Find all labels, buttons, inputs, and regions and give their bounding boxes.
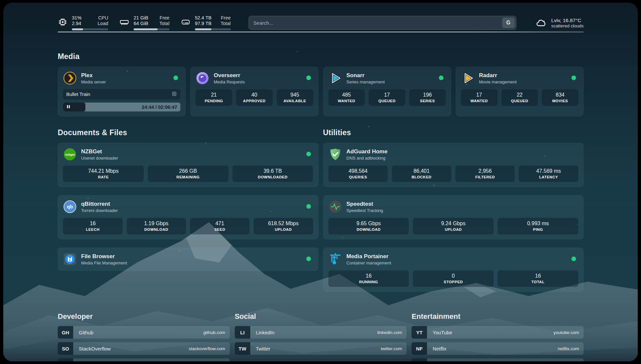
now-playing-title: Bullet Train (66, 92, 90, 97)
stat-label: DOWNLOAD (128, 228, 185, 231)
app-name: AdGuard Home (347, 148, 388, 155)
bookmark-name: Github (73, 326, 203, 339)
stat-value: 17 (462, 92, 496, 98)
stat-stopped: 0 STOPPED (413, 270, 494, 287)
plex-icon (63, 71, 77, 85)
stat-blocked: 86,401 BLOCKED (392, 166, 451, 182)
memory-progress-bar (134, 28, 169, 30)
memory-label: Total (159, 21, 169, 26)
memory-label: Free (160, 15, 169, 20)
stat-value: 40 (237, 92, 271, 98)
stat-pending: 21 PENDING (196, 89, 232, 106)
cpu-progress-bar (72, 28, 108, 30)
bookmark-netflix[interactable]: NF Netflix netflix.com (412, 342, 584, 355)
cpu-label: Load (98, 21, 108, 26)
app-name: Media Portainer (347, 253, 391, 260)
bookmark-github[interactable]: GH Github github.com (58, 326, 230, 339)
bookmark-dev[interactable]: DT DEV dev.to (58, 358, 230, 361)
bookmark-abbr: DT (58, 358, 73, 361)
stat-download: 1.19 Gbps DOWNLOAD (127, 218, 186, 234)
search-input[interactable] (254, 20, 502, 26)
bookmark-stackoverflow[interactable]: SO StackOverflow stackoverflow.com (58, 342, 230, 355)
stat-value: 744.21 Mbps (64, 168, 142, 174)
stat-value: 2,956 (457, 168, 514, 174)
bookmark-url: reddit.com (558, 358, 584, 361)
app-card-file-browser[interactable]: File Browser Media File Management (58, 248, 319, 271)
bookmark-group-entertainment: Entertainment YT YouTube youtube.com NF … (412, 312, 584, 361)
stat-label: DOWNLOADED (234, 175, 312, 179)
bookmark-group-title: Entertainment (412, 312, 584, 321)
app-card-overseerr[interactable]: Overseerr Media Requests 21 PENDING 40 A… (190, 67, 318, 116)
app-name: Plex (81, 72, 106, 79)
bookmark-linkedin[interactable]: LI LinkedIn linkedin.com (235, 326, 407, 339)
playback-progress-bar[interactable]: 24:44 / 02:06:47 (63, 103, 180, 111)
app-card-nzbget[interactable]: nzbget NZBGet Usenet downloader 744.21 M… (58, 143, 319, 187)
header-divider (58, 32, 584, 32)
stat-label: RUNNING (330, 280, 408, 284)
section-documents: Documents & Files nzbget NZBGet Usenet d… (58, 128, 319, 292)
stat-label: MOVIES (543, 99, 577, 103)
app-description: DNS and adblocking (347, 156, 388, 161)
bookmark-twitter[interactable]: TW Twitter twitter.com (235, 342, 407, 355)
app-name: Overseerr (214, 72, 245, 79)
stat-label: QUERIES (330, 175, 387, 179)
bookmark-youtube[interactable]: YT YouTube youtube.com (412, 326, 584, 339)
app-description: Speedtest Tracking (347, 208, 383, 213)
bookmark-reddit[interactable]: RE Reddit reddit.com (412, 358, 584, 361)
app-name: Sonarr (347, 72, 385, 79)
bookmark-group-developer: Developer GH Github github.com SO StackO… (58, 312, 230, 361)
stat-label: BLOCKED (393, 175, 450, 179)
stat-approved: 40 APPROVED (236, 89, 273, 106)
stat-label: SEED (191, 228, 248, 231)
stat-value: 9.65 Gbps (330, 221, 408, 227)
stat-series: 196 SERIES (409, 89, 446, 106)
stat-label: TOTAL (499, 280, 577, 284)
app-card-speedtest[interactable]: Speedtest Speedtest Tracking 9.65 Gbps D… (323, 195, 584, 239)
app-name: NZBGet (81, 148, 118, 155)
stat-queued: 17 QUEUED (369, 89, 405, 106)
app-name: Speedtest (347, 200, 383, 207)
bookmark-abbr: NF (412, 342, 427, 355)
stat-value: 22 (503, 92, 537, 98)
stat-wanted: 17 WANTED (461, 89, 498, 106)
app-card-radarr[interactable]: Radarr Movie management 17 WANTED 22 QUE… (456, 67, 584, 116)
top-bar: 31%CPU2.94Load 21 GiBFree64 GiBTotal 52.… (58, 3, 584, 33)
app-card-qbittorrent[interactable]: qb qBittorrent Torrent downloader 16 LEE… (58, 195, 319, 239)
stat-label: APPROVED (237, 99, 271, 103)
stat-running: 16 RUNNING (328, 270, 409, 287)
cloud-icon (535, 17, 547, 29)
search-engine-button[interactable]: G (502, 17, 515, 28)
disk-label: Free (221, 15, 231, 20)
search-bar[interactable]: G (249, 16, 516, 30)
dashboard-window: 31%CPU2.94Load 21 GiBFree64 GiBTotal 52.… (3, 3, 638, 361)
disk-progress-bar (195, 28, 231, 30)
stat-label: FILTERED (457, 175, 514, 179)
app-card-plex[interactable]: Plex Media server Bullet Train 24:44 / 0… (58, 67, 186, 116)
section-media: Media Plex Media server Bullet Train 24:… (58, 52, 584, 116)
pause-icon[interactable] (66, 104, 71, 110)
app-card-adguard-home[interactable]: AdGuard Home DNS and adblocking 498,564 … (323, 143, 584, 187)
bookmark-name: YouTube (427, 326, 553, 339)
stat-value: 618.52 Mbps (255, 221, 312, 227)
bookmark-group-title: Developer (58, 312, 230, 321)
app-card-sonarr[interactable]: Sonarr Series management 485 WANTED 17 Q… (323, 67, 451, 116)
speedtest-icon (328, 200, 342, 214)
stat-value: 485 (330, 92, 364, 98)
stat-download: 9.65 Gbps DOWNLOAD (328, 218, 409, 234)
stat-label: LATENCY (520, 175, 577, 179)
stat-wanted: 485 WANTED (328, 89, 365, 106)
app-card-media-portainer[interactable]: Media Portainer Container management 16 … (323, 248, 584, 292)
bookmark-name: Netflix (427, 342, 558, 355)
system-widgets: 31%CPU2.94Load 21 GiBFree64 GiBTotal 52.… (58, 15, 231, 30)
app-description: Media File Management (81, 260, 127, 265)
weather-widget: Lviv, 16.87°C scattered clouds (535, 17, 584, 29)
cpu-label: CPU (98, 15, 108, 20)
stat-label: PENDING (197, 99, 231, 103)
stat-value: 471 (191, 221, 248, 227)
bookmark-group-title: Social (235, 312, 407, 321)
stat-upload: 9.24 Gbps UPLOAD (413, 218, 494, 234)
bookmark-abbr: YT (412, 326, 427, 339)
stat-latency: 47.569 ms LATENCY (519, 166, 578, 182)
bookmark-url: github.com (203, 326, 230, 339)
cpu-value: 31% (72, 15, 91, 20)
